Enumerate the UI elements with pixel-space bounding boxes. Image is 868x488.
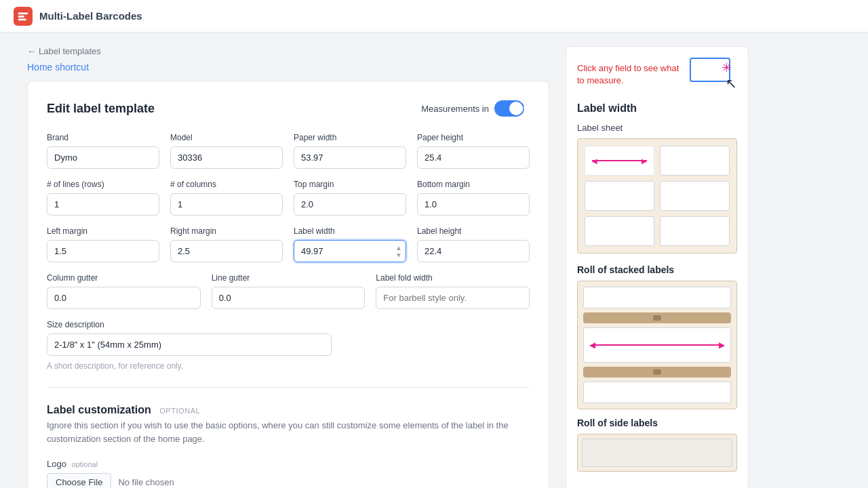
right-sidebar: Click any field to see what to measure. … [566,46,749,488]
line-gutter-input[interactable] [212,287,366,309]
label-fold-width-label: Label fold width [376,273,530,283]
reel-hole-2 [653,369,661,375]
label-width-input[interactable] [294,240,406,262]
toggle-track[interactable] [494,100,524,117]
svg-rect-0 [18,12,28,14]
star-icon: ✳ [722,60,732,75]
size-description-label: Size description [47,320,530,329]
field-column-gutter: Column gutter [47,273,201,309]
bottom-margin-label: Bottom margin [417,180,530,189]
unit-toggle[interactable]: mm [494,100,530,117]
field-line-gutter: Line gutter [212,273,366,309]
columns-input[interactable] [170,193,283,216]
field-label-width: Label width ▲ ▼ [294,226,406,262]
line-gutter-label: Line gutter [212,273,366,283]
back-link[interactable]: ← Label templates [27,46,549,56]
svg-rect-1 [18,16,24,18]
label-height-input[interactable] [417,240,530,262]
app-logo [14,7,33,26]
column-gutter-label: Column gutter [47,273,201,283]
label-height-label: Label height [417,226,530,236]
brand-label: Brand [47,133,159,142]
field-left-margin: Left margin [47,226,159,262]
model-input[interactable] [170,146,283,169]
no-file-text: No file chosen [118,477,174,487]
roll-side-title: Roll of side labels [577,418,737,428]
toggle-thumb [509,102,523,115]
size-description-input[interactable] [47,333,332,356]
field-size-description: Size description A short description, fo… [47,320,530,371]
field-columns: # of columns [170,180,283,216]
paper-height-label: Paper height [417,133,530,142]
sheet-cell-1: ◀ ▶ [585,146,654,176]
bottom-margin-input[interactable] [417,193,530,216]
form-card: Edit label template Measurements in mm B… [27,81,549,488]
lines-rows-input[interactable] [47,193,159,216]
right-margin-label: Right margin [170,226,283,236]
sheet-cell-2 [660,146,730,176]
label-sheet-diagram: ◀ ▶ [577,138,737,253]
logo-label: Logo optional [47,459,530,469]
sheet-arrow-left-1: ◀ [592,157,597,165]
customization-optional-badge: OPTIONAL [159,407,200,415]
field-paper-height: Paper height [417,133,530,169]
click-hint-row: Click any field to see what to measure. … [577,58,737,92]
home-shortcut-link[interactable]: Home shortcut [27,62,89,73]
roll-side-strip [582,439,732,467]
form-title: Edit label template [47,102,155,116]
cursor-icon: ↖ [726,75,737,92]
model-label: Model [170,133,283,142]
logo-section: Logo optional Choose File No file chosen… [47,459,530,488]
roll-bottom-reel [583,367,731,378]
logo-optional: optional [72,460,98,468]
choose-file-button[interactable]: Choose File [47,473,111,488]
field-top-margin: Top margin [294,180,406,216]
back-label: Label templates [39,46,101,56]
top-margin-label: Top margin [294,180,406,189]
field-label-height: Label height [417,226,530,262]
roll-stacked-title: Roll of stacked labels [577,264,737,275]
field-paper-width: Paper width [294,133,406,169]
svg-rect-2 [18,18,26,20]
top-margin-input[interactable] [294,193,406,216]
roll-bottom-strip [583,382,731,403]
sheet-grid: ◀ ▶ [585,146,730,246]
column-gutter-input[interactable] [47,287,201,309]
form-row-5: Size description A short description, fo… [47,320,530,371]
field-lines-rows: # of lines (rows) [47,180,159,216]
size-description-hint: A short description, for reference only. [47,361,530,371]
sidebar-label-width-title: Label width [577,102,737,115]
sheet-cell-5 [585,216,654,246]
sheet-diagram-label: Label sheet [577,123,737,133]
field-right-margin: Right margin [170,226,283,262]
file-upload-row: Choose File No file chosen [47,473,530,488]
label-fold-width-input[interactable] [376,287,530,309]
sheet-arrow-right-1: ▶ [642,157,647,165]
sheet-cell-4 [660,181,730,211]
columns-label: # of columns [170,180,283,189]
back-arrow-icon: ← [27,46,36,56]
measurement-toggle: Measurements in mm [421,100,530,117]
paper-width-label: Paper width [294,133,406,142]
right-margin-input[interactable] [170,240,283,262]
form-row-3: Left margin Right margin Label width ▲ ▼ [47,226,530,262]
breadcrumb-area: ← Label templates Home shortcut [27,46,549,73]
form-header: Edit label template Measurements in mm [47,100,530,117]
form-row-1: Brand Model Paper width Paper height [47,133,530,169]
customization-section: Label customization OPTIONAL Ignore this… [47,404,530,488]
paper-width-input[interactable] [294,146,406,169]
reel-hole [653,315,661,321]
label-width-spinner-arrows[interactable]: ▲ ▼ [395,244,402,258]
left-margin-input[interactable] [47,240,159,262]
app-title: Multi-Label Barcodes [39,10,142,22]
brand-input[interactable] [47,146,159,169]
field-model: Model [170,133,283,169]
form-row-4: Column gutter Line gutter Label fold wid… [47,273,530,309]
cell-line-1 [592,160,647,161]
label-width-spinner: ▲ ▼ [294,240,406,262]
left-margin-label: Left margin [47,226,159,236]
paper-height-input[interactable] [417,146,530,169]
roll-top-strip [583,287,731,308]
roll-top-reel [583,312,731,323]
label-width-label: Label width [294,226,406,236]
